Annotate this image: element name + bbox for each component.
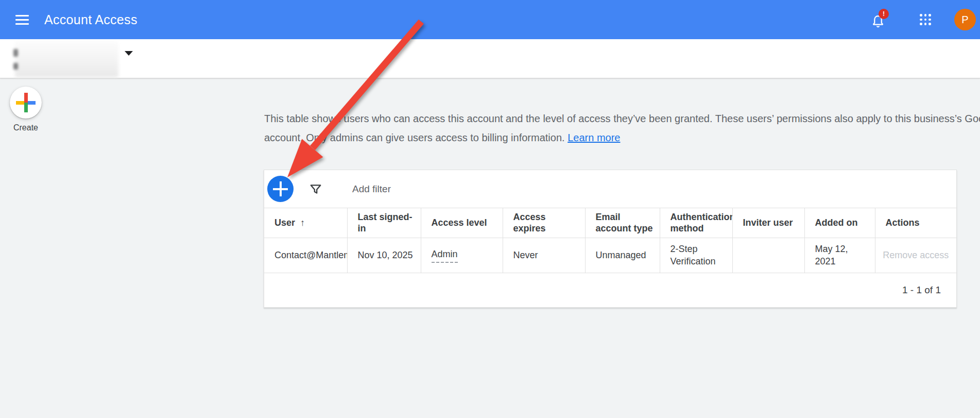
cell-authentication-method: 2-Step Verification bbox=[660, 238, 732, 273]
filter-icon[interactable] bbox=[309, 182, 322, 196]
column-header-email-account-type[interactable]: Email account type bbox=[585, 208, 660, 238]
access-table: User↑ Last signed-in Access level Access… bbox=[264, 208, 956, 273]
header-row: User↑ Last signed-in Access level Access… bbox=[264, 208, 956, 238]
account-bar bbox=[0, 39, 980, 78]
sort-ascending-icon: ↑ bbox=[300, 218, 305, 228]
create-label: Create bbox=[0, 123, 51, 132]
table-description: This table shows users who can access th… bbox=[264, 109, 980, 147]
column-header-added-on[interactable]: Added on bbox=[804, 208, 875, 238]
cell-user: Contact@Mantlemed bbox=[264, 238, 347, 273]
redacted-text-fragment bbox=[13, 63, 18, 70]
add-filter-label[interactable]: Add filter bbox=[352, 183, 391, 195]
cell-last-signed-in: Nov 10, 2025 bbox=[347, 238, 421, 273]
table-footer: 1 - 1 of 1 bbox=[264, 273, 956, 308]
plus-icon-green-segment bbox=[24, 103, 28, 112]
learn-more-link[interactable]: Learn more bbox=[568, 132, 620, 143]
column-header-inviter-user[interactable]: Inviter user bbox=[732, 208, 804, 238]
pagination-range: 1 - 1 of 1 bbox=[902, 285, 941, 296]
column-header-access-expires[interactable]: Access expires bbox=[503, 208, 585, 238]
account-name-redacted bbox=[15, 41, 118, 77]
table-row: Contact@Mantlemed Nov 10, 2025 Admin Nev… bbox=[264, 238, 956, 273]
redacted-text-fragment bbox=[13, 49, 18, 57]
account-access-table-card: Add filter User↑ Last signed-in Access l… bbox=[264, 170, 957, 308]
access-level-tooltip-trigger[interactable]: Admin bbox=[432, 248, 458, 263]
cell-access-expires: Never bbox=[503, 238, 585, 273]
google-apps-grid-icon[interactable] bbox=[920, 14, 931, 25]
cell-email-account-type: Unmanaged bbox=[585, 238, 660, 273]
column-header-actions[interactable]: Actions bbox=[875, 208, 956, 238]
notifications-button[interactable]: ! bbox=[870, 11, 888, 28]
notification-badge: ! bbox=[879, 9, 889, 19]
column-header-last-signed-in[interactable]: Last signed-in bbox=[347, 208, 421, 238]
column-header-user[interactable]: User↑ bbox=[264, 208, 347, 238]
remove-access-button[interactable]: Remove access bbox=[875, 238, 956, 273]
description-line-2: account. Only admins can give users acce… bbox=[264, 128, 980, 147]
create-section: Create bbox=[0, 87, 51, 132]
description-line-1: This table shows users who can access th… bbox=[264, 109, 980, 128]
column-header-authentication-method[interactable]: Authentication method bbox=[660, 208, 732, 238]
avatar[interactable]: P bbox=[954, 9, 976, 30]
cell-access-level: Admin bbox=[421, 238, 503, 273]
create-button[interactable] bbox=[10, 87, 42, 119]
appbar-actions: ! P bbox=[870, 0, 980, 39]
hamburger-menu-icon[interactable] bbox=[15, 15, 29, 25]
table-toolbar: Add filter bbox=[264, 170, 956, 208]
cell-inviter-user bbox=[732, 238, 804, 273]
cell-added-on: May 12, 2021 bbox=[804, 238, 875, 273]
app-header: Account Access ! P bbox=[0, 0, 980, 39]
page-title: Account Access bbox=[44, 12, 137, 27]
add-user-button[interactable] bbox=[267, 176, 294, 202]
column-header-access-level[interactable]: Access level bbox=[421, 208, 503, 238]
avatar-letter: P bbox=[961, 14, 968, 26]
plus-icon-red-segment bbox=[24, 93, 28, 103]
account-dropdown-caret-icon[interactable] bbox=[125, 51, 133, 56]
